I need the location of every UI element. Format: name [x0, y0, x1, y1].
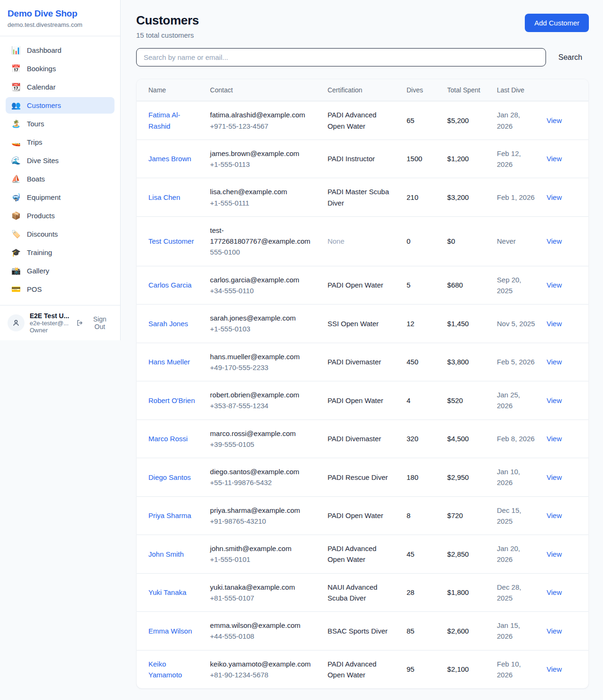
- sidebar-item-tours[interactable]: 🏝️Tours: [6, 115, 114, 132]
- cell-action: View: [541, 101, 588, 140]
- cell-dives: 85: [401, 612, 441, 651]
- cell-total-spent: $4,500: [441, 420, 491, 458]
- cell-total-spent: $3,800: [441, 343, 491, 381]
- sidebar-item-dashboard[interactable]: 📊Dashboard: [6, 42, 114, 58]
- customer-name-link[interactable]: Hans Mueller: [148, 358, 190, 366]
- cell-last-dive: Dec 28, 2025: [491, 573, 541, 612]
- sidebar-item-bookings[interactable]: 📅Bookings: [6, 60, 114, 77]
- customer-name-link[interactable]: Sarah Jones: [148, 320, 188, 328]
- sidebar-item-pos[interactable]: 💳POS: [6, 281, 114, 297]
- logout-icon: [76, 319, 84, 327]
- customer-name-link[interactable]: Diego Santos: [148, 473, 191, 481]
- customer-email: diego.santos@example.com: [210, 466, 316, 477]
- customer-name-link[interactable]: Emma Wilson: [148, 627, 192, 635]
- search-input[interactable]: [136, 48, 546, 66]
- cell-certification: PADI Open Water: [322, 266, 401, 305]
- add-customer-button[interactable]: Add Customer: [525, 14, 589, 32]
- cell-dives: 320: [401, 420, 441, 458]
- customer-phone: +81-90-1234-5678: [210, 669, 316, 680]
- view-customer-link[interactable]: View: [546, 550, 562, 558]
- customers-table: NameContactCertificationDivesTotal Spent…: [137, 79, 588, 688]
- user-meta: E2E Test U... e2e-tester@... Owner: [30, 312, 71, 334]
- table-row: Marco Rossimarco.rossi@example.com+39-55…: [137, 420, 588, 458]
- customer-phone: +91-98765-43210: [210, 516, 316, 527]
- view-customer-link[interactable]: View: [546, 237, 562, 245]
- user-role: Owner: [30, 327, 71, 334]
- customer-name-link[interactable]: Robert O'Brien: [148, 396, 195, 404]
- view-customer-link[interactable]: View: [546, 627, 562, 635]
- sidebar-header: Demo Dive Shop demo.test.divestreams.com: [0, 0, 120, 36]
- customer-name-link[interactable]: Fatima Al-Rashid: [148, 111, 180, 130]
- customer-certification: PADI Open Water: [327, 281, 383, 289]
- table-header-row: NameContactCertificationDivesTotal Spent…: [137, 79, 588, 101]
- cell-name: Fatima Al-Rashid: [137, 101, 204, 140]
- sidebar-item-label: Dashboard: [27, 46, 61, 54]
- main-content: Customers 15 total customers Add Custome…: [121, 0, 603, 700]
- customer-name-link[interactable]: James Brown: [148, 155, 191, 163]
- cell-name: Hans Mueller: [137, 343, 204, 381]
- customer-phone: 555-0100: [210, 247, 316, 257]
- customer-name-link[interactable]: Lisa Chen: [148, 193, 180, 201]
- view-customer-link[interactable]: View: [546, 281, 562, 289]
- cell-contact: john.smith@example.com+1-555-0101: [204, 535, 322, 574]
- customer-certification: PADI Advanced Open Water: [327, 544, 376, 563]
- sidebar-item-calendar[interactable]: 📆Calendar: [6, 79, 114, 95]
- cell-certification: PADI Master Scuba Diver: [322, 178, 401, 217]
- view-customer-link[interactable]: View: [546, 358, 562, 366]
- sidebar-item-training[interactable]: 🎓Training: [6, 244, 114, 261]
- view-customer-link[interactable]: View: [546, 396, 562, 404]
- cell-total-spent: $5,200: [441, 101, 491, 140]
- sidebar-item-customers[interactable]: 👥Customers: [6, 97, 114, 114]
- customer-name-link[interactable]: Marco Rossi: [148, 435, 187, 443]
- sign-out-button[interactable]: Sign Out: [76, 315, 113, 330]
- cell-total-spent: $1,200: [441, 140, 491, 178]
- customer-email: yuki.tanaka@example.com: [210, 582, 316, 593]
- search-button[interactable]: Search: [552, 49, 589, 66]
- sidebar-item-label: Dive Sites: [27, 156, 59, 165]
- customer-certification: BSAC Sports Diver: [327, 627, 388, 635]
- cell-last-dive: Feb 5, 2026: [491, 343, 541, 381]
- island-icon: 🏝️: [11, 120, 21, 128]
- cell-name: Lisa Chen: [137, 178, 204, 217]
- view-customer-link[interactable]: View: [546, 435, 562, 443]
- sidebar-item-label: Tours: [27, 120, 44, 128]
- wave-icon: 🌊: [11, 157, 21, 165]
- cell-action: View: [541, 140, 588, 178]
- customer-name-link[interactable]: Carlos Garcia: [148, 281, 192, 289]
- view-customer-link[interactable]: View: [546, 473, 562, 481]
- cell-action: View: [541, 650, 588, 688]
- sidebar-item-dive-sites[interactable]: 🌊Dive Sites: [6, 152, 114, 169]
- customer-name-link[interactable]: Test Customer: [148, 237, 194, 245]
- shop-domain: demo.test.divestreams.com: [8, 21, 113, 28]
- sidebar-item-gallery[interactable]: 📸Gallery: [6, 263, 114, 279]
- sidebar-item-trips[interactable]: 🚤Trips: [6, 134, 114, 150]
- view-customer-link[interactable]: View: [546, 511, 562, 519]
- sidebar-item-products[interactable]: 📦Products: [6, 207, 114, 224]
- view-customer-link[interactable]: View: [546, 665, 562, 673]
- customer-name-link[interactable]: Keiko Yamamoto: [148, 660, 182, 679]
- customer-name-link[interactable]: Yuki Tanaka: [148, 588, 187, 596]
- sidebar-item-boats[interactable]: ⛵Boats: [6, 171, 114, 187]
- table-row: Priya Sharmapriya.sharma@example.com+91-…: [137, 496, 588, 535]
- cell-contact: diego.santos@example.com+55-11-99876-543…: [204, 458, 322, 497]
- person-icon: [12, 319, 20, 327]
- customer-name-link[interactable]: John Smith: [148, 550, 184, 558]
- customer-name-link[interactable]: Priya Sharma: [148, 511, 191, 519]
- cell-last-dive: Jan 20, 2026: [491, 535, 541, 574]
- cell-dives: 4: [401, 381, 441, 420]
- sidebar-item-label: Training: [27, 248, 52, 256]
- customer-phone: +39-555-0105: [210, 439, 316, 450]
- cell-action: View: [541, 343, 588, 381]
- cell-dives: 210: [401, 178, 441, 217]
- view-customer-link[interactable]: View: [546, 588, 562, 596]
- view-customer-link[interactable]: View: [546, 320, 562, 328]
- customer-count: 15 total customers: [136, 31, 199, 39]
- sidebar-item-discounts[interactable]: 🏷️Discounts: [6, 226, 114, 242]
- column-header-certification: Certification: [322, 79, 401, 101]
- cell-certification: None: [322, 216, 401, 266]
- view-customer-link[interactable]: View: [546, 193, 562, 201]
- sidebar-item-equipment[interactable]: 🤿Equipment: [6, 189, 114, 206]
- cell-total-spent: $2,850: [441, 535, 491, 574]
- view-customer-link[interactable]: View: [546, 155, 562, 163]
- view-customer-link[interactable]: View: [546, 116, 562, 124]
